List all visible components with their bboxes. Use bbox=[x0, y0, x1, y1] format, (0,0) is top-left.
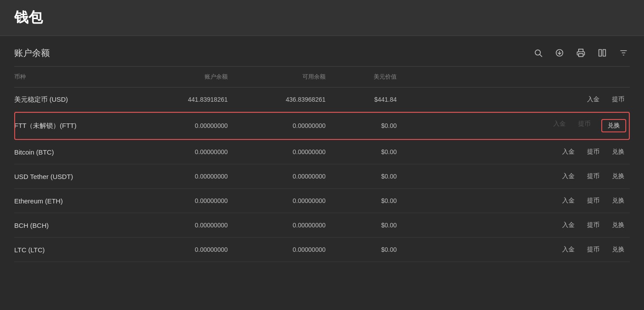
withdraw-button[interactable]: 提币 bbox=[585, 196, 601, 206]
header-usd: 美元价值 bbox=[326, 73, 397, 81]
balance-value: 0.00000000 bbox=[130, 148, 228, 155]
action-buttons: 入金提币兑换 bbox=[397, 147, 630, 157]
columns-icon[interactable] bbox=[596, 47, 608, 59]
table-body: 美元稳定币 (USD)441.83918261436.83968261$441.… bbox=[14, 87, 630, 262]
withdraw-button[interactable]: 提币 bbox=[585, 171, 601, 181]
currency-name: USD Tether (USDT) bbox=[14, 173, 130, 180]
balance-table: 币种 账户余额 可用余额 美元价值 美元稳定币 (USD)441.8391826… bbox=[14, 67, 630, 262]
available-value: 0.00000000 bbox=[228, 122, 326, 129]
usd-value: $0.00 bbox=[326, 197, 397, 204]
available-value: 0.00000000 bbox=[228, 148, 326, 155]
deposit-button[interactable]: 入金 bbox=[560, 220, 576, 230]
usd-value: $0.00 bbox=[326, 148, 397, 155]
page-header: 钱包 bbox=[0, 0, 644, 36]
withdraw-button: 提币 bbox=[576, 119, 592, 132]
table-row: 美元稳定币 (USD)441.83918261436.83968261$441.… bbox=[14, 87, 630, 112]
page-title: 钱包 bbox=[14, 8, 630, 28]
action-buttons: 入金提币兑换 bbox=[397, 220, 630, 230]
download-icon[interactable] bbox=[553, 47, 566, 59]
header-balance: 账户余额 bbox=[130, 73, 228, 81]
table-row: USD Tether (USDT)0.000000000.00000000$0.… bbox=[14, 164, 630, 189]
action-buttons: 入金提币兑换 bbox=[397, 245, 630, 254]
currency-name: BCH (BCH) bbox=[14, 222, 130, 229]
search-icon[interactable] bbox=[532, 47, 544, 59]
deposit-button[interactable]: 入金 bbox=[560, 196, 576, 206]
table-row: FTT（未解锁）(FTT)0.000000000.00000000$0.00入金… bbox=[14, 112, 630, 140]
balance-value: 0.00000000 bbox=[130, 222, 228, 229]
currency-name: LTC (LTC) bbox=[14, 246, 130, 254]
withdraw-button[interactable]: 提币 bbox=[585, 245, 601, 254]
usd-value: $0.00 bbox=[326, 246, 397, 253]
action-buttons: 入金提币兑换 bbox=[397, 196, 630, 206]
header-currency: 币种 bbox=[14, 73, 130, 81]
usd-value: $0.00 bbox=[326, 173, 397, 180]
svg-rect-5 bbox=[599, 50, 602, 56]
convert-button[interactable]: 兑换 bbox=[610, 220, 626, 230]
table-row: BCH (BCH)0.000000000.00000000$0.00入金提币兑换 bbox=[14, 213, 630, 238]
currency-name: Bitcoin (BTC) bbox=[14, 148, 130, 156]
balance-value: 441.83918261 bbox=[130, 96, 228, 103]
usd-value: $0.00 bbox=[326, 122, 397, 129]
header-available: 可用余额 bbox=[228, 73, 326, 81]
currency-name: FTT（未解锁）(FTT) bbox=[14, 122, 130, 130]
available-value: 436.83968261 bbox=[228, 96, 326, 103]
usd-value: $0.00 bbox=[326, 222, 397, 229]
balance-value: 0.00000000 bbox=[130, 173, 228, 180]
convert-button[interactable]: 兑换 bbox=[610, 171, 626, 181]
svg-line-1 bbox=[540, 55, 542, 57]
balance-value: 0.00000000 bbox=[130, 246, 228, 253]
convert-button[interactable]: 兑换 bbox=[610, 245, 626, 254]
svg-rect-6 bbox=[603, 50, 606, 56]
convert-button[interactable]: 兑换 bbox=[610, 147, 626, 157]
balance-value: 0.00000000 bbox=[130, 122, 228, 129]
action-buttons: 入金提币兑换 bbox=[397, 171, 630, 181]
convert-button[interactable]: 兑换 bbox=[610, 196, 626, 206]
table-row: Bitcoin (BTC)0.000000000.00000000$0.00入金… bbox=[14, 140, 630, 164]
table-row: Ethereum (ETH)0.000000000.00000000$0.00入… bbox=[14, 189, 630, 213]
deposit-button[interactable]: 入金 bbox=[560, 147, 576, 157]
table-header: 币种 账户余额 可用余额 美元价值 bbox=[14, 67, 630, 87]
deposit-button: 入金 bbox=[551, 119, 568, 132]
withdraw-button[interactable]: 提币 bbox=[585, 220, 601, 230]
balance-value: 0.00000000 bbox=[130, 197, 228, 204]
deposit-button[interactable]: 入金 bbox=[585, 95, 601, 104]
convert-button[interactable]: 兑换 bbox=[601, 119, 626, 132]
action-buttons: 入金提币兑换 bbox=[397, 119, 630, 132]
withdraw-button[interactable]: 提币 bbox=[610, 95, 626, 104]
available-value: 0.00000000 bbox=[228, 222, 326, 229]
available-value: 0.00000000 bbox=[228, 246, 326, 253]
section-title: 账户余额 bbox=[14, 47, 50, 59]
deposit-button[interactable]: 入金 bbox=[560, 245, 576, 254]
svg-rect-4 bbox=[579, 54, 583, 57]
toolbar-icons bbox=[532, 47, 630, 59]
filter-icon[interactable] bbox=[617, 47, 630, 59]
table-row: LTC (LTC)0.000000000.00000000$0.00入金提币兑换 bbox=[14, 238, 630, 262]
currency-name: 美元稳定币 (USD) bbox=[14, 95, 130, 104]
available-value: 0.00000000 bbox=[228, 173, 326, 180]
main-content: 账户余额 bbox=[0, 36, 644, 262]
usd-value: $441.84 bbox=[326, 96, 397, 103]
action-buttons: 入金提币 bbox=[397, 95, 630, 104]
withdraw-button[interactable]: 提币 bbox=[585, 147, 601, 157]
currency-name: Ethereum (ETH) bbox=[14, 197, 130, 205]
section-header: 账户余额 bbox=[14, 36, 630, 67]
available-value: 0.00000000 bbox=[228, 197, 326, 204]
deposit-button[interactable]: 入金 bbox=[560, 171, 576, 181]
print-icon[interactable] bbox=[575, 47, 587, 59]
